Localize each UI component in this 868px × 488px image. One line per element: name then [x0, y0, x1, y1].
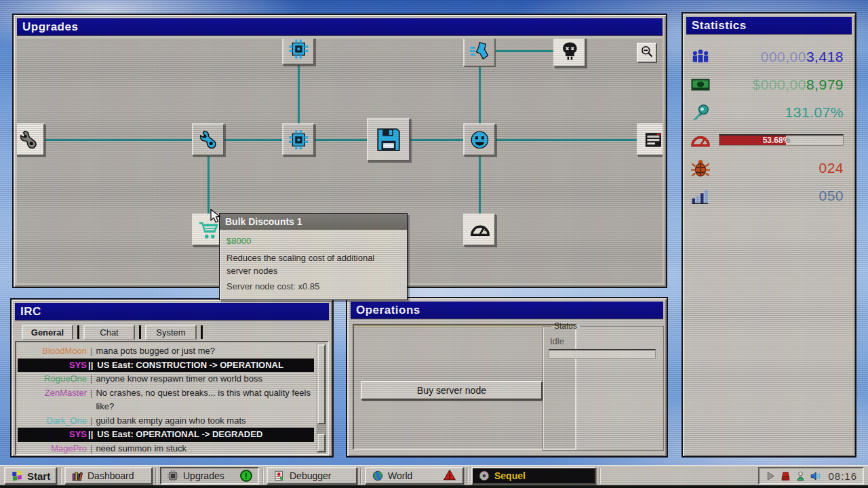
- irc-scrollbar[interactable]: [317, 344, 326, 453]
- stat-value-padding: 000,00: [761, 49, 806, 64]
- tooltip-cost: $8000: [226, 235, 400, 248]
- irc-message-list: BloodMoon|mana pots bugged or just me?SY…: [16, 342, 328, 455]
- stat-value: 000,003,418: [717, 49, 849, 65]
- tab-divider: [139, 325, 141, 339]
- irc-tab-system[interactable]: System: [145, 325, 197, 340]
- status-text: Idle: [550, 336, 658, 346]
- upgrade-node-rack[interactable]: [637, 123, 663, 156]
- status-legend: Status: [551, 321, 580, 331]
- upgrade-tree-edge: [28, 139, 653, 141]
- irc-tab-chat[interactable]: Chat: [83, 325, 135, 340]
- taskbar-button-sequel[interactable]: Sequel: [471, 467, 596, 485]
- irc-titlebar: IRC: [15, 303, 329, 321]
- irc-scrollbar-thumb[interactable]: [317, 344, 326, 424]
- bug-icon: [690, 158, 713, 178]
- irc-nick: ZenMaster: [18, 386, 87, 414]
- start-icon: [11, 470, 23, 482]
- irc-tab-general[interactable]: General: [22, 325, 73, 340]
- chip-icon: [283, 125, 313, 155]
- operations-window: Operations Buy server node Status Idle: [346, 297, 668, 458]
- irc-message-text: US East: CONSTRUCTION -> OPERATIONAL: [97, 359, 314, 373]
- warning-icon: [443, 469, 457, 483]
- upgrade-node-wrench[interactable]: [192, 123, 224, 156]
- upgrades-titlebar: Upgrades: [17, 18, 663, 36]
- irc-message-text: anyone know respawn timer on world boss: [96, 372, 314, 386]
- irc-separator: |: [90, 344, 92, 359]
- taskbar-divider: [467, 468, 469, 484]
- wrench-icon: [193, 125, 223, 155]
- gauge-dark-icon: [465, 215, 494, 245]
- irc-nick: RogueOne: [18, 372, 87, 386]
- boot-icon: [465, 39, 494, 66]
- operations-title: Operations: [356, 304, 420, 317]
- irc-system-message: SYS||US East: OPERATIONAL -> DEGRADED: [18, 428, 314, 442]
- stat-value-main: 3,418: [806, 49, 844, 64]
- smiley-icon: [465, 125, 494, 155]
- debugger-icon: [273, 470, 285, 482]
- upgrade-node-smiley[interactable]: [463, 123, 496, 156]
- taskbar-divider: [60, 468, 62, 484]
- stat-row: $000,008,979: [690, 70, 849, 98]
- statistics-titlebar: Statistics: [686, 17, 852, 35]
- upgrade-node-wrench-owned[interactable]: [17, 123, 45, 156]
- floppy-icon: [368, 119, 409, 160]
- upgrade-node-floppy[interactable]: [367, 118, 410, 161]
- tooltip-title: Bulk Discounts 1: [220, 214, 407, 230]
- play-icon[interactable]: [765, 470, 776, 482]
- taskbar-button-label: Sequel: [494, 470, 589, 481]
- heat-progress-bar: 53.68%53.68%: [719, 134, 844, 146]
- irc-message-text: need summon im stuck: [96, 442, 314, 456]
- chip-grey-icon: [167, 470, 179, 482]
- stat-value: 024: [717, 160, 849, 176]
- taskbar-button-dashboard[interactable]: Dashboard: [64, 467, 153, 485]
- upgrade-node-skull[interactable]: [553, 39, 586, 67]
- taskbar-button-upgrades[interactable]: Upgrades!: [160, 467, 259, 485]
- irc-tab-bar: GeneralChatSystem: [15, 323, 329, 340]
- buy-server-node-button[interactable]: Buy server node: [361, 381, 542, 400]
- irc-separator: |: [90, 372, 92, 386]
- speaker-icon[interactable]: [810, 470, 821, 482]
- irc-message-text: No crashes, no quest breaks... is this w…: [96, 386, 314, 414]
- fez-icon[interactable]: [780, 470, 791, 482]
- taskbar: StartDashboardUpgrades!DebuggerWorldSequ…: [0, 465, 868, 488]
- upgrade-node-chip-top[interactable]: [282, 39, 315, 65]
- upgrade-node-boot[interactable]: [463, 39, 496, 67]
- irc-chat-message: Dark_One|guild bank empty again who took…: [18, 414, 314, 428]
- stat-row: 131.07%: [690, 98, 849, 126]
- upgrade-node-chip[interactable]: [282, 123, 315, 156]
- irc-nick: BloodMoon: [18, 344, 87, 359]
- irc-nick: SYS: [18, 428, 87, 442]
- taskbar-button-world[interactable]: World: [365, 467, 464, 485]
- tooltip-description: Reduces the scaling cost of additional s…: [226, 252, 400, 278]
- statistics-title: Statistics: [692, 19, 747, 33]
- irc-chat-message: ZenMaster|No crashes, no quest breaks...…: [18, 386, 314, 414]
- system-tray: 08:16: [758, 467, 864, 485]
- comet-icon: [690, 102, 713, 123]
- stat-value: 050: [717, 188, 849, 204]
- taskbar-button-label: World: [388, 470, 439, 481]
- zoom-out-button[interactable]: [637, 43, 657, 63]
- irc-chat-message: BloodMoon|mana pots bugged or just me?: [18, 344, 314, 359]
- irc-nick: Dark_One: [18, 414, 87, 428]
- taskbar-button-debugger[interactable]: Debugger: [267, 467, 357, 485]
- irc-separator: ||: [88, 359, 93, 373]
- money-icon: [690, 75, 713, 95]
- irc-separator: |: [90, 414, 92, 428]
- tab-divider: [201, 325, 203, 339]
- sprite-icon[interactable]: [795, 470, 806, 482]
- irc-chat-message: MagePro|need summon im stuck: [18, 442, 314, 456]
- skull-icon: [555, 39, 585, 66]
- upgrade-node-gauge[interactable]: [463, 214, 496, 246]
- taskbar-button-label: Dashboard: [87, 470, 146, 481]
- taskbar-button-start[interactable]: Start: [4, 467, 57, 485]
- taskbar-divider: [155, 468, 157, 484]
- irc-nick: MagePro: [18, 442, 87, 456]
- gauge-red-icon: [690, 130, 713, 150]
- wrench-icon: [17, 125, 43, 155]
- signal-icon: [690, 186, 713, 206]
- taskbar-divider: [360, 468, 362, 484]
- irc-title: IRC: [20, 305, 41, 319]
- books-icon: [71, 470, 83, 482]
- irc-scrollbar-end[interactable]: [317, 434, 326, 452]
- statistics-rows: 000,003,418$000,008,979131.07%53.68%53.6…: [686, 37, 852, 209]
